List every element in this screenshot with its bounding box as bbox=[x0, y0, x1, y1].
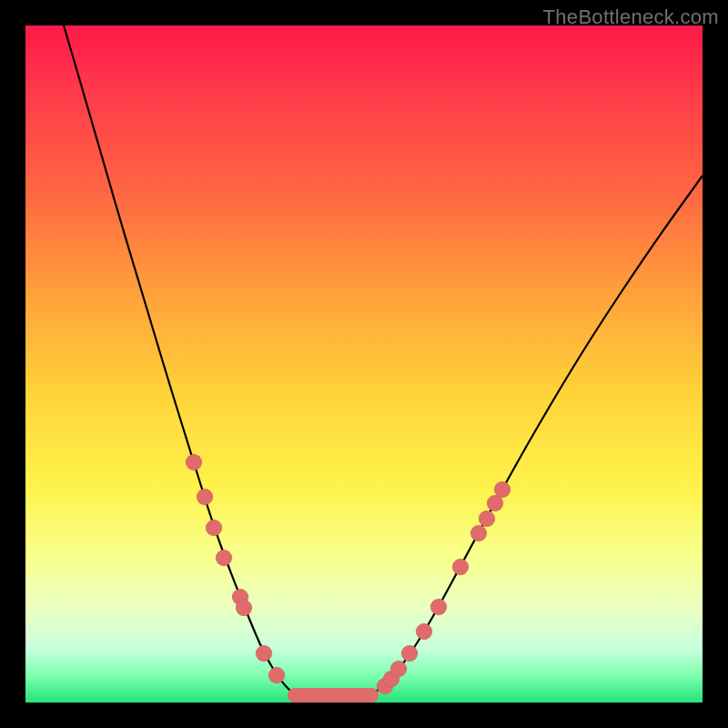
left-curve bbox=[64, 25, 295, 695]
data-dot bbox=[216, 550, 232, 566]
watermark-text: TheBottleneck.com bbox=[543, 5, 719, 29]
right-curve bbox=[371, 176, 703, 695]
data-dot bbox=[268, 667, 285, 683]
data-dot bbox=[470, 525, 487, 541]
data-dot bbox=[236, 600, 252, 616]
right-dot-group bbox=[377, 481, 511, 694]
data-dot bbox=[206, 520, 222, 536]
data-dot bbox=[479, 511, 495, 527]
data-dot bbox=[401, 645, 418, 662]
chart-svg bbox=[25, 25, 703, 703]
data-dot bbox=[390, 661, 407, 677]
chart-plot-area bbox=[25, 25, 703, 703]
data-dot bbox=[494, 481, 511, 498]
data-dot bbox=[186, 454, 202, 470]
data-dot bbox=[452, 559, 469, 575]
left-dot-group bbox=[186, 454, 285, 683]
data-dot bbox=[256, 645, 272, 662]
data-dot bbox=[197, 489, 213, 505]
data-dot bbox=[430, 599, 447, 615]
data-dot bbox=[416, 623, 432, 640]
